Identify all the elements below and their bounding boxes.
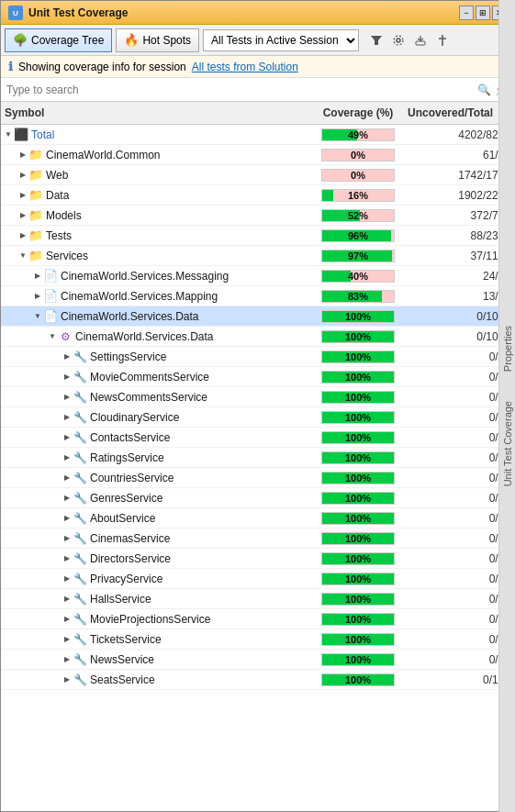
expand-arrow[interactable]: ▶ [17,210,28,221]
coverage-tree-label: Coverage Tree [31,34,104,47]
expand-arrow[interactable]: ▼ [3,129,14,140]
table-row[interactable]: ▶ 📁 Data 16% 1902/2254 [1,185,514,206]
tree-container[interactable]: ▼ ⬛ Total 49% 4202/8273 ▶ 📁 CinemaWorld.… [1,125,514,811]
coverage-bar: 100% [321,532,395,545]
coverage-label: 100% [322,614,394,625]
coverage-bar: 100% [321,330,395,343]
expand-arrow[interactable]: ▶ [62,594,73,605]
expand-arrow[interactable]: ▶ [17,150,28,161]
uncovered-cell: 0/53 [404,593,514,606]
expand-arrow[interactable]: ▶ [62,412,73,423]
symbol-cell: ▼ ⚙ CinemaWorld.Services.Data [1,329,312,344]
uncovered-cell: 0/1006 [404,330,514,343]
table-row[interactable]: ▶ 🔧 AboutService 100% 0/47 [1,508,514,528]
table-row[interactable]: ▶ 📁 CinemaWorld.Common 0% 61/61 [1,145,514,165]
node-label: Tests [46,229,72,242]
expand-arrow[interactable]: ▶ [62,493,73,504]
table-row[interactable]: ▶ 📁 Tests 96% 88/2322 [1,226,514,246]
table-row[interactable]: ▶ 🔧 SettingsService 100% 0/10 [1,347,514,367]
table-row[interactable]: ▶ 📄 CinemaWorld.Services.Mapping 83% 13/… [1,286,514,306]
search-icon[interactable]: 🔍 [477,83,491,96]
node-label: CinemaWorld.Services.Messaging [61,270,229,283]
uncovered-cell: 0/1006 [404,310,514,323]
table-row[interactable]: ▼ 📄 CinemaWorld.Services.Data 100% 0/100… [1,306,514,327]
expand-arrow[interactable]: ▶ [62,553,73,564]
expand-arrow[interactable]: ▼ [17,250,28,261]
coverage-cell: 100% [312,532,404,545]
search-input[interactable] [6,83,477,96]
expand-arrow[interactable]: ▶ [62,372,73,383]
table-row[interactable]: ▶ 🔧 HallsService 100% 0/53 [1,589,514,609]
expand-arrow[interactable]: ▶ [17,170,28,181]
node-icon: 🔧 [73,430,87,445]
coverage-cell: 100% [312,653,404,666]
table-row[interactable]: ▶ 📁 Models 52% 372/772 [1,206,514,226]
expand-arrow[interactable]: ▶ [32,271,43,282]
uncovered-cell: 0/18 [404,411,514,424]
node-icon: 🔧 [73,592,87,606]
table-row[interactable]: ▶ 📁 Web 0% 1742/1742 [1,165,514,185]
table-row[interactable]: ▶ 🔧 CountriesService 100% 0/46 [1,468,514,488]
node-label: Services [46,250,88,262]
coverage-bar: 100% [321,673,395,686]
uncovered-header: Uncovered/Total [404,105,514,121]
table-row[interactable]: ▶ 🔧 GenresService 100% 0/46 [1,488,514,508]
coverage-tree-tab[interactable]: 🌳 Coverage Tree [5,28,112,52]
node-icon: 🔧 [73,652,87,667]
table-row[interactable]: ▶ 🔧 MovieCommentsService 100% 0/17 [1,367,514,387]
table-row[interactable]: ▶ 🔧 SeatsService 100% 0/105 [1,670,514,690]
minimize-button[interactable]: − [459,6,474,20]
table-row[interactable]: ▶ 🔧 PrivacyService 100% 0/49 [1,569,514,589]
expand-arrow[interactable]: ▶ [62,432,73,443]
hot-spots-tab[interactable]: 🔥 Hot Spots [116,28,199,52]
table-row[interactable]: ▶ 🔧 CinemasService 100% 0/47 [1,528,514,549]
expand-arrow[interactable]: ▶ [62,452,73,463]
expand-arrow[interactable]: ▶ [62,351,73,362]
expand-arrow[interactable]: ▶ [62,614,73,625]
expand-arrow[interactable]: ▶ [62,473,73,484]
coverage-bar: 100% [321,350,395,363]
expand-arrow[interactable]: ▶ [62,392,73,403]
export-button[interactable] [410,30,431,50]
expand-arrow[interactable]: ▶ [17,190,28,201]
table-row[interactable]: ▶ 🔧 MovieProjectionsService 100% 0/72 [1,609,514,629]
coverage-cell: 16% [312,189,404,202]
expand-arrow[interactable]: ▶ [62,654,73,665]
table-row[interactable]: ▼ 📁 Services 97% 37/1122 [1,246,514,266]
expand-arrow[interactable]: ▶ [62,573,73,584]
coverage-bar: 0% [321,149,395,161]
expand-arrow[interactable]: ▶ [17,230,28,241]
expand-arrow[interactable]: ▶ [32,291,43,302]
table-row[interactable]: ▶ 📄 CinemaWorld.Services.Messaging 40% 2… [1,266,514,286]
pin-icon-button[interactable] [432,30,453,50]
node-icon: 🔧 [73,612,87,627]
expand-arrow[interactable]: ▼ [32,311,43,322]
properties-tab[interactable]: Properties [500,320,515,377]
node-icon: 🔧 [73,350,87,364]
expand-arrow[interactable]: ▶ [62,513,73,524]
settings-button[interactable] [388,30,409,50]
table-row[interactable]: ▶ 🔧 ContactsService 100% 0/22 [1,428,514,448]
expand-arrow[interactable]: ▶ [62,674,73,685]
session-dropdown[interactable]: All Tests in Active Session All tests fr… [203,29,359,51]
info-link[interactable]: All tests from Solution [192,61,298,73]
coverage-cell: 100% [312,371,404,384]
table-row[interactable]: ▶ 🔧 DirectorsService 100% 0/47 [1,549,514,569]
table-row[interactable]: ▼ ⬛ Total 49% 4202/8273 [1,125,514,145]
table-row[interactable]: ▶ 🔧 CloudinaryService 100% 0/18 [1,407,514,428]
filter-button[interactable] [366,30,386,50]
table-row[interactable]: ▶ 🔧 TicketsService 100% 0/74 [1,629,514,650]
node-label: NewsCommentsService [90,391,207,404]
pin-button[interactable]: ⊞ [476,6,490,20]
unit-test-coverage-tab[interactable]: Unit Test Coverage [500,395,515,492]
expand-arrow[interactable]: ▼ [47,331,58,342]
expand-arrow[interactable]: ▶ [62,634,73,645]
expand-arrow[interactable]: ▶ [62,533,73,544]
coverage-header: Coverage (%) [312,105,404,121]
table-row[interactable]: ▼ ⚙ CinemaWorld.Services.Data 100% 0/100… [1,327,514,347]
uncovered-cell: 13/76 [404,290,514,303]
table-row[interactable]: ▶ 🔧 NewsCommentsService 100% 0/17 [1,387,514,407]
table-row[interactable]: ▶ 🔧 NewsService 100% 0/80 [1,650,514,670]
node-icon: 🔧 [73,572,87,586]
table-row[interactable]: ▶ 🔧 RatingsService 100% 0/28 [1,448,514,468]
